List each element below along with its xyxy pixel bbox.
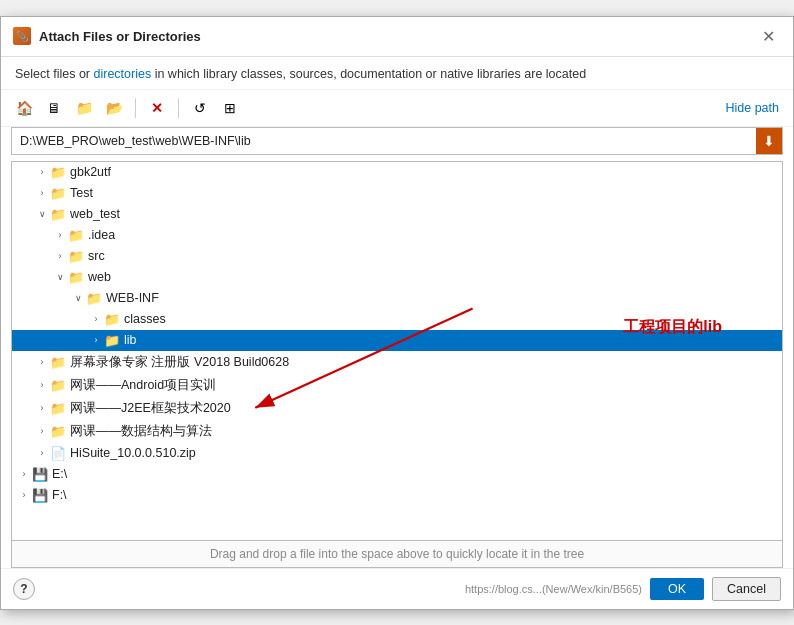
- description-text: Select files or: [15, 67, 94, 81]
- dialog-title: Attach Files or Directories: [39, 29, 201, 44]
- expand-button[interactable]: ⊞: [217, 96, 243, 120]
- tree-item[interactable]: › 📁 src: [12, 246, 782, 267]
- description: Select files or directories in which lib…: [1, 57, 793, 90]
- ok-button[interactable]: OK: [650, 578, 704, 600]
- tree-label: E:\: [52, 467, 782, 481]
- tree-chevron: ›: [16, 490, 32, 500]
- tree-chevron: ∨: [52, 272, 68, 282]
- close-button[interactable]: ✕: [756, 25, 781, 48]
- new-folder-button[interactable]: 📂: [101, 96, 127, 120]
- tree-label: web_test: [70, 207, 782, 221]
- tree-item[interactable]: ∨ 📁 web_test: [12, 204, 782, 225]
- help-button[interactable]: ?: [13, 578, 35, 600]
- tree-label: lib: [124, 333, 782, 347]
- bottom-bar: ? https://blog.cs...(New/Wex/kin/B565) O…: [1, 568, 793, 609]
- tree-folder-icon: 📄: [50, 446, 66, 461]
- tree-chevron: ›: [34, 380, 50, 390]
- folder-button[interactable]: 📁: [71, 96, 97, 120]
- tree-label: WEB-INF: [106, 291, 782, 305]
- tree-item[interactable]: ∨ 📁 web: [12, 267, 782, 288]
- tree-chevron: ›: [34, 403, 50, 413]
- dialog-icon: 📎: [13, 27, 31, 45]
- tree-chevron: ›: [88, 314, 104, 324]
- tree-chevron: ›: [34, 357, 50, 367]
- tree-item[interactable]: › 💾 F:\: [12, 485, 782, 506]
- tree-chevron: ›: [16, 469, 32, 479]
- description-rest: in which library classes, sources, docum…: [151, 67, 586, 81]
- cancel-button[interactable]: Cancel: [712, 577, 781, 601]
- tree-folder-icon: 💾: [32, 467, 48, 482]
- path-input[interactable]: [12, 130, 756, 152]
- tree-chevron: ›: [34, 188, 50, 198]
- delete-button[interactable]: ✕: [144, 96, 170, 120]
- tree-chevron: ›: [34, 426, 50, 436]
- tree-label: .idea: [88, 228, 782, 242]
- tree-folder-icon: 📁: [68, 249, 84, 264]
- tree-label: F:\: [52, 488, 782, 502]
- tree-folder-icon: 📁: [50, 186, 66, 201]
- refresh-button[interactable]: ↺: [187, 96, 213, 120]
- tree-item[interactable]: › 📁 .idea: [12, 225, 782, 246]
- tree-folder-icon: 📁: [104, 333, 120, 348]
- tree-item[interactable]: › 📄 HiSuite_10.0.0.510.zip: [12, 443, 782, 464]
- tree-chevron: ›: [88, 335, 104, 345]
- tree-folder-icon: 📁: [50, 355, 66, 370]
- toolbar-left: 🏠 🖥 📁 📂 ✕ ↺ ⊞: [11, 96, 243, 120]
- tree-label: 屏幕录像专家 注册版 V2018 Build0628: [70, 354, 782, 371]
- path-download-button[interactable]: ⬇: [756, 128, 782, 154]
- directories-link[interactable]: directories: [94, 67, 152, 81]
- attach-files-dialog: 📎 Attach Files or Directories ✕ Select f…: [0, 16, 794, 610]
- tree-chevron: ›: [52, 230, 68, 240]
- bottom-left: ?: [13, 578, 35, 600]
- tree-folder-icon: 📁: [50, 165, 66, 180]
- tree-label: web: [88, 270, 782, 284]
- tree-folder-icon: 📁: [104, 312, 120, 327]
- tree-chevron: ›: [34, 448, 50, 458]
- tree-folder-icon: 📁: [50, 378, 66, 393]
- tree-folder-icon: 📁: [68, 270, 84, 285]
- bottom-right: https://blog.cs...(New/Wex/kin/B565) OK …: [465, 577, 781, 601]
- tree-item[interactable]: › 📁 Test: [12, 183, 782, 204]
- tree-chevron: ∨: [34, 209, 50, 219]
- tree-item[interactable]: › 📁 lib: [12, 330, 782, 351]
- title-bar: 📎 Attach Files or Directories ✕: [1, 17, 793, 57]
- tree-folder-icon: 📁: [68, 228, 84, 243]
- tree-folder-icon: 📁: [86, 291, 102, 306]
- home-button[interactable]: 🏠: [11, 96, 37, 120]
- tree-folder-icon: 📁: [50, 424, 66, 439]
- tree-label: Test: [70, 186, 782, 200]
- tree-label: gbk2utf: [70, 165, 782, 179]
- tree-label: HiSuite_10.0.0.510.zip: [70, 446, 782, 460]
- tree-item[interactable]: › 📁 gbk2utf: [12, 162, 782, 183]
- tree-chevron: ∨: [70, 293, 86, 303]
- tree-item[interactable]: › 📁 网课——数据结构与算法: [12, 420, 782, 443]
- tree-folder-icon: 💾: [32, 488, 48, 503]
- tree-label: 网课——J2EE框架技术2020: [70, 400, 782, 417]
- tree-item[interactable]: › 💾 E:\: [12, 464, 782, 485]
- tree-label: 网课——数据结构与算法: [70, 423, 782, 440]
- file-tree: › 📁 gbk2utf › 📁 Test ∨ 📁 web_test › 📁 .i…: [11, 161, 783, 541]
- tree-item[interactable]: › 📁 屏幕录像专家 注册版 V2018 Build0628: [12, 351, 782, 374]
- tree-label: classes: [124, 312, 782, 326]
- tree-label: 网课——Android项目实训: [70, 377, 782, 394]
- tree-folder-icon: 📁: [50, 207, 66, 222]
- tree-item[interactable]: › 📁 网课——J2EE框架技术2020: [12, 397, 782, 420]
- path-bar: ⬇: [11, 127, 783, 155]
- separator: [135, 98, 136, 118]
- tree-chevron: ›: [34, 167, 50, 177]
- toolbar: 🏠 🖥 📁 📂 ✕ ↺ ⊞ Hide path: [1, 90, 793, 127]
- url-text: https://blog.cs...(New/Wex/kin/B565): [465, 583, 642, 595]
- title-bar-left: 📎 Attach Files or Directories: [13, 27, 201, 45]
- tree-item[interactable]: › 📁 网课——Android项目实训: [12, 374, 782, 397]
- hide-path-button[interactable]: Hide path: [721, 99, 783, 117]
- tree-item[interactable]: ∨ 📁 WEB-INF: [12, 288, 782, 309]
- drag-drop-hint: Drag and drop a file into the space abov…: [11, 541, 783, 568]
- tree-item[interactable]: › 📁 classes: [12, 309, 782, 330]
- separator2: [178, 98, 179, 118]
- tree-folder-icon: 📁: [50, 401, 66, 416]
- tree-label: src: [88, 249, 782, 263]
- monitor-button[interactable]: 🖥: [41, 96, 67, 120]
- tree-chevron: ›: [52, 251, 68, 261]
